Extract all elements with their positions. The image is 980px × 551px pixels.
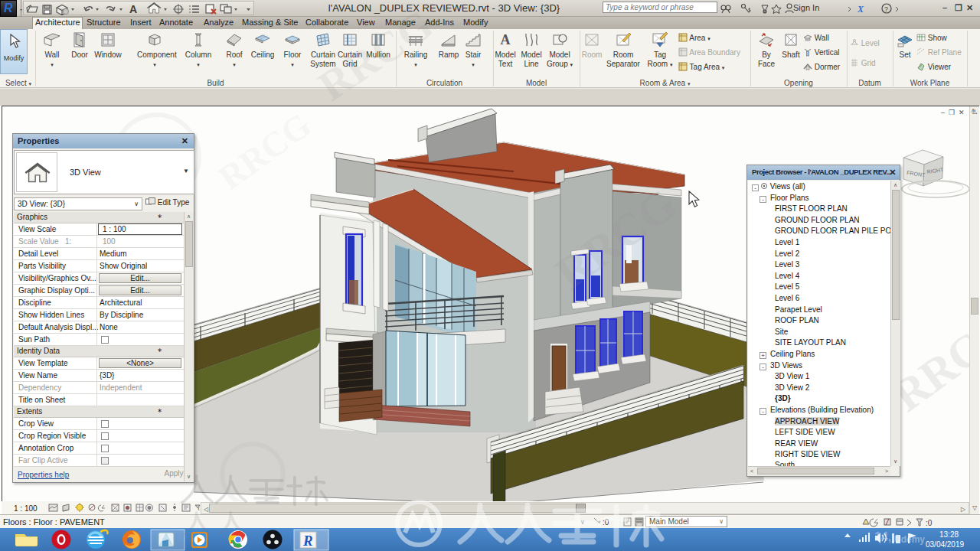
- svg-text:13:28: 13:28: [939, 530, 959, 539]
- svg-text::0: :0: [926, 519, 933, 527]
- svg-text:R: R: [302, 533, 313, 549]
- svg-text:A: A: [129, 3, 137, 15]
- svg-text:?: ?: [884, 5, 888, 13]
- svg-text::0: :0: [603, 518, 609, 527]
- svg-text:03/04/2019: 03/04/2019: [926, 540, 964, 549]
- svg-text:X: X: [857, 4, 864, 15]
- svg-text:‹: ‹: [198, 505, 200, 513]
- svg-text:RRCG: RRCG: [211, 106, 318, 197]
